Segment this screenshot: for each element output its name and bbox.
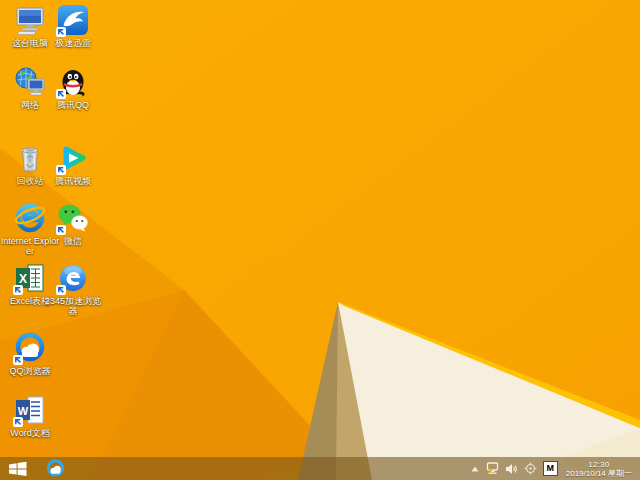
qq-browser-icon xyxy=(14,332,46,364)
qq-browser-taskbar-icon xyxy=(46,459,65,478)
2345-browser-icon xyxy=(57,262,89,294)
windows-logo-icon xyxy=(8,461,28,477)
start-button[interactable] xyxy=(0,457,36,480)
utility-crosshair-icon[interactable] xyxy=(521,457,540,480)
system-tray: * M 12:30 2019/10/14 星期一 xyxy=(468,457,640,480)
desktop-icon-word[interactable]: W Word文档 xyxy=(0,394,60,438)
wechat-icon xyxy=(57,202,89,234)
chevron-up-icon xyxy=(471,466,479,472)
show-hidden-icons-button[interactable] xyxy=(468,457,482,480)
svg-text:*: * xyxy=(488,467,493,476)
desktop-icon-tencent-qq[interactable]: 腾讯QQ xyxy=(37,66,109,110)
icon-label: 腾讯QQ xyxy=(57,100,89,110)
desktop-icon-2345-browser[interactable]: 2345加速浏览器 xyxy=(37,262,109,316)
ime-indicator[interactable]: M xyxy=(543,461,558,476)
icon-label: 极速迅雷 xyxy=(55,38,91,48)
icon-label: 2345加速浏览器 xyxy=(41,296,105,316)
desktop[interactable]: 这台电脑 极速迅雷 网络 xyxy=(0,0,640,480)
icon-label: Word文档 xyxy=(10,428,49,438)
qq-icon xyxy=(57,66,89,98)
tencent-video-icon xyxy=(57,142,89,174)
icon-label: QQ浏览器 xyxy=(9,366,50,376)
desktop-icon-wechat[interactable]: 微信 xyxy=(37,202,109,246)
word-icon: W xyxy=(14,394,46,426)
thunder-icon xyxy=(57,4,89,36)
taskbar: * M 12:30 2019/10/14 星期一 xyxy=(0,457,640,480)
desktop-icon-tencent-video[interactable]: 腾讯视频 xyxy=(37,142,109,186)
icon-label: 微信 xyxy=(64,236,82,246)
clock-date: 2019/10/14 星期一 xyxy=(566,469,632,478)
volume-icon[interactable] xyxy=(502,457,521,480)
svg-text:W: W xyxy=(18,405,29,417)
svg-text:X: X xyxy=(19,272,27,286)
taskbar-clock[interactable]: 12:30 2019/10/14 星期一 xyxy=(561,460,640,478)
clock-time: 12:30 xyxy=(566,460,632,469)
taskbar-pinned-qq-browser[interactable] xyxy=(40,457,70,480)
desktop-icon-qq-browser[interactable]: QQ浏览器 xyxy=(0,332,60,376)
network-status-icon[interactable]: * xyxy=(482,457,502,480)
desktop-icon-thunder[interactable]: 极速迅雷 xyxy=(37,4,109,48)
icon-label: 腾讯视频 xyxy=(55,176,91,186)
